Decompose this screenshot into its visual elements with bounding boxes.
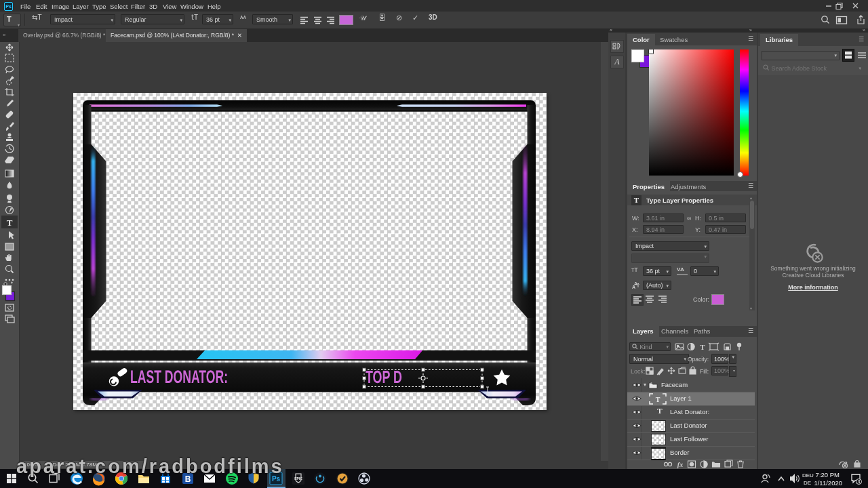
- svg-text:DE: DE: [804, 480, 811, 486]
- svg-text:T: T: [7, 218, 13, 228]
- svg-text:EPIC: EPIC: [294, 476, 302, 481]
- svg-text:T: T: [656, 396, 660, 403]
- svg-text:A: A: [632, 285, 635, 289]
- svg-text:fx: fx: [677, 461, 683, 468]
- svg-text:DEU: DEU: [802, 472, 814, 479]
- svg-text:1/11/2020: 1/11/2020: [814, 479, 842, 487]
- svg-text:7:20 PM: 7:20 PM: [816, 471, 840, 479]
- svg-text:T: T: [700, 343, 705, 351]
- svg-text:LAST DONATOR:: LAST DONATOR:: [130, 367, 228, 387]
- svg-text:3: 3: [858, 479, 861, 484]
